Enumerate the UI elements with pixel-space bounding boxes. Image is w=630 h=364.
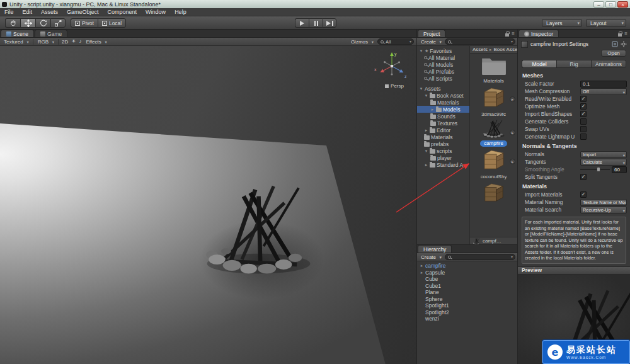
- layers-dropdown[interactable]: Layers: [542, 19, 582, 27]
- rotate-tool-button[interactable]: [35, 18, 50, 28]
- play-button[interactable]: [295, 18, 309, 28]
- tree-item-models[interactable]: Models: [417, 106, 469, 113]
- menu-gameobject[interactable]: GameObject: [62, 8, 103, 16]
- asset-item-coconutshy[interactable]: coconutShy: [470, 149, 517, 180]
- perspective-toggle[interactable]: Persp: [375, 83, 413, 89]
- hierarchy-item-wenzi[interactable]: wenzi: [417, 316, 517, 322]
- layout-dropdown[interactable]: Layout: [586, 19, 626, 27]
- split-tangents-checkbox[interactable]: ✓: [580, 174, 587, 180]
- tree-item-all-models[interactable]: All Models: [417, 61, 469, 68]
- tree-item-textures[interactable]: Textures: [417, 120, 469, 127]
- breadcrumb-current[interactable]: Book Asse: [494, 47, 517, 52]
- hierarchy-item-campfire[interactable]: campfire: [417, 263, 517, 270]
- local-toggle[interactable]: Local: [98, 18, 126, 28]
- slider-knob[interactable]: [597, 167, 600, 172]
- tree-item-favorites[interactable]: Favorites: [417, 47, 469, 54]
- swap-uvs-checkbox[interactable]: [580, 126, 587, 132]
- project-search-input[interactable]: [445, 38, 515, 45]
- scene-viewport[interactable]: y x z Persp: [0, 46, 416, 364]
- hierarchy-item-plane[interactable]: Plane: [417, 289, 517, 296]
- asset-item-campfire[interactable]: campfire: [470, 120, 517, 147]
- shading-mode-dropdown[interactable]: Textured: [3, 39, 30, 45]
- tab-project[interactable]: Project: [418, 30, 445, 37]
- tree-item-materials-root[interactable]: Materials: [417, 134, 469, 140]
- 2d-toggle[interactable]: 2D: [62, 39, 68, 45]
- tree-item-all-prefabs[interactable]: All Prefabs: [417, 68, 469, 75]
- pan-tool-button[interactable]: [5, 18, 20, 28]
- hierarchy-item-cube1[interactable]: Cube1: [417, 283, 517, 290]
- asset-item-3dmac99fc[interactable]: 3dmac99fc: [470, 86, 517, 118]
- tree-item-sounds[interactable]: Sounds: [417, 113, 469, 120]
- tree-item-all-material[interactable]: All Material: [417, 54, 469, 61]
- hierarchy-item-sphere[interactable]: Sphere: [417, 296, 517, 303]
- tangents-dropdown[interactable]: Calculate: [580, 159, 627, 166]
- lock-icon[interactable]: [618, 33, 622, 37]
- panel-menu-icon[interactable]: [624, 31, 627, 37]
- tree-item-scripts[interactable]: scripts: [417, 147, 469, 154]
- asset-expand-icon[interactable]: [510, 96, 515, 102]
- step-button[interactable]: [323, 18, 336, 28]
- tree-item-standard-assets[interactable]: Standard A: [417, 161, 469, 168]
- asset-item-materials-folder[interactable]: Materials: [470, 55, 517, 84]
- campfire-model[interactable]: [200, 185, 317, 275]
- import-materials-checkbox[interactable]: ✓: [580, 191, 587, 198]
- tree-item-all-scripts[interactable]: All Scripts: [417, 75, 469, 82]
- tab-rig[interactable]: Rig: [556, 60, 591, 68]
- asset-expand-icon[interactable]: [510, 159, 515, 164]
- hierarchy-item-spotlight2[interactable]: Spotlight2: [417, 309, 517, 316]
- optimize-mesh-checkbox[interactable]: ✓: [580, 103, 587, 110]
- asset-item-partial[interactable]: [470, 182, 517, 206]
- gizmos-dropdown[interactable]: Gizmos: [350, 39, 374, 45]
- project-create-button[interactable]: Create: [419, 39, 443, 45]
- menu-window[interactable]: Window: [141, 8, 170, 16]
- tab-model[interactable]: Model: [522, 60, 556, 68]
- hierarchy-create-button[interactable]: Create: [419, 254, 443, 260]
- asset-expand-icon[interactable]: [510, 130, 515, 135]
- hierarchy-item-cube[interactable]: Cube: [417, 276, 517, 283]
- effects-dropdown[interactable]: Effects: [84, 39, 107, 45]
- render-mode-dropdown[interactable]: RGB: [37, 39, 55, 45]
- mesh-compression-dropdown[interactable]: Off: [580, 88, 627, 95]
- scene-search-input[interactable]: All: [377, 38, 414, 45]
- scale-factor-input[interactable]: 0.1: [580, 81, 627, 88]
- menu-file[interactable]: File: [0, 8, 18, 16]
- tree-item-prefabs[interactable]: prefabs: [417, 140, 469, 147]
- menu-edit[interactable]: Edit: [18, 8, 37, 16]
- maximize-button[interactable]: □: [605, 1, 616, 8]
- normals-dropdown[interactable]: Import: [580, 151, 627, 158]
- tree-item-player[interactable]: player: [417, 154, 469, 161]
- close-button[interactable]: ×: [617, 1, 628, 8]
- hierarchy-search-input[interactable]: [445, 254, 515, 260]
- scene-lighting-toggle-icon[interactable]: [71, 38, 76, 45]
- hierarchy-item-capsule[interactable]: Capsule: [417, 270, 517, 276]
- panel-menu-icon[interactable]: [512, 31, 515, 37]
- hierarchy-item-spotlight1[interactable]: Spotlight1: [417, 302, 517, 309]
- read-write-checkbox[interactable]: ✓: [580, 96, 587, 102]
- help-icon[interactable]: [612, 41, 618, 47]
- pause-button[interactable]: [309, 18, 323, 28]
- preview-header[interactable]: Preview: [518, 266, 630, 275]
- generate-colliders-checkbox[interactable]: [580, 118, 587, 125]
- scene-axis-gizmo[interactable]: y x z: [372, 50, 412, 85]
- lock-icon[interactable]: [505, 33, 509, 37]
- tab-game[interactable]: Game: [35, 30, 67, 37]
- tree-item-book-asset[interactable]: Book Asset: [417, 92, 469, 99]
- gear-icon[interactable]: [621, 41, 627, 47]
- tab-scene[interactable]: Scene: [1, 30, 34, 37]
- tab-hierarchy[interactable]: Hierarchy: [418, 245, 452, 253]
- menu-component[interactable]: Component: [103, 8, 142, 16]
- generate-lightmap-checkbox[interactable]: [580, 134, 587, 140]
- open-button[interactable]: Open: [601, 50, 626, 57]
- tab-animations[interactable]: Animations: [591, 60, 626, 68]
- scale-tool-button[interactable]: [50, 18, 66, 28]
- smoothing-angle-slider[interactable]: [580, 169, 610, 170]
- material-search-dropdown[interactable]: Recursive-Up: [580, 207, 627, 213]
- menu-assets[interactable]: Assets: [37, 8, 62, 16]
- tab-inspector[interactable]: Inspector: [518, 30, 559, 37]
- pivot-toggle[interactable]: Pivot: [71, 18, 98, 28]
- menu-help[interactable]: Help: [170, 8, 191, 16]
- minimize-button[interactable]: –: [593, 1, 604, 8]
- breadcrumb-root[interactable]: Assets: [472, 47, 488, 52]
- material-naming-dropdown[interactable]: Texture Name or Mod: [580, 199, 627, 206]
- smoothing-angle-input[interactable]: 60: [612, 166, 627, 173]
